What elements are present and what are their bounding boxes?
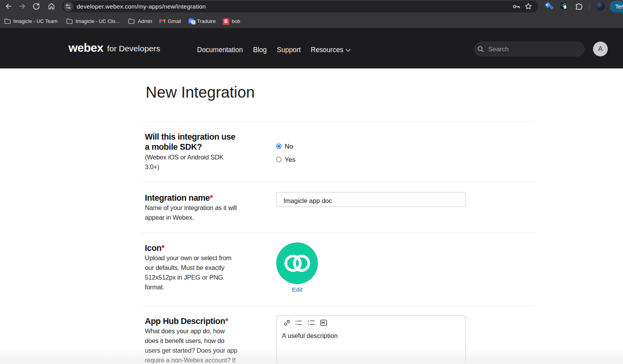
svg-text:文: 文 — [192, 21, 195, 24]
svg-text:2: 2 — [308, 323, 309, 326]
svg-text:1: 1 — [308, 320, 309, 322]
